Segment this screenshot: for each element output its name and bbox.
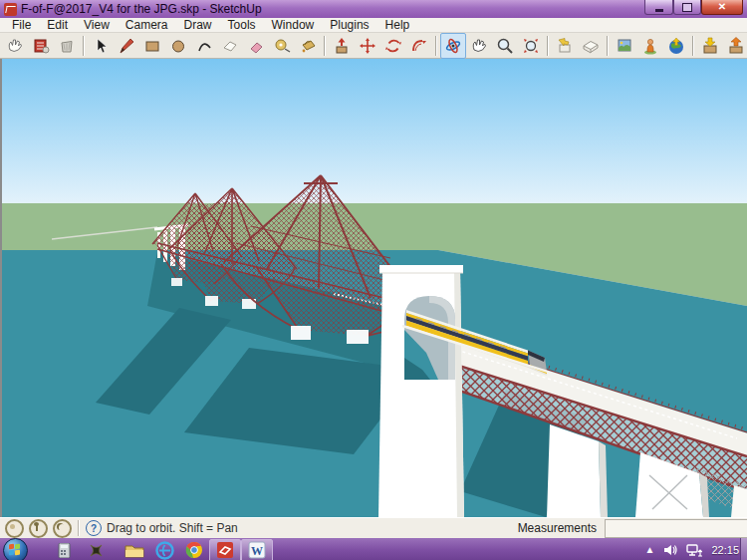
- hidden-icons-chevron[interactable]: ▲: [645, 545, 655, 555]
- polygon-icon: [220, 36, 240, 56]
- push-pull-icon: [332, 36, 352, 56]
- notebook-button[interactable]: [28, 33, 54, 59]
- orbit-icon: [443, 36, 463, 56]
- zoom-tool-button[interactable]: [492, 33, 518, 59]
- toolbar-separator: [692, 36, 694, 56]
- measurements-input[interactable]: [605, 519, 747, 538]
- rotate-icon: [383, 36, 403, 56]
- google-earth-button[interactable]: [663, 33, 689, 59]
- line-tool-button[interactable]: [114, 33, 139, 59]
- internet-explorer-taskbar-button[interactable]: [149, 540, 179, 560]
- menu-file[interactable]: File: [4, 18, 39, 32]
- arc-icon: [194, 36, 214, 56]
- menu-help[interactable]: Help: [377, 18, 418, 32]
- word-icon: W: [248, 541, 266, 559]
- notebook-icon: [31, 36, 51, 56]
- internet-explorer-icon: [155, 541, 174, 560]
- menu-plugins[interactable]: Plugins: [322, 18, 376, 32]
- next-view-button[interactable]: [578, 33, 604, 59]
- previous-view-button[interactable]: [552, 33, 578, 59]
- close-button[interactable]: ✕: [701, 0, 743, 15]
- paint-bucket-button[interactable]: [295, 33, 321, 59]
- menu-bar: File Edit View Camera Draw Tools Window …: [0, 18, 747, 33]
- tape-measure-button[interactable]: [269, 33, 295, 59]
- status-help-text: Drag to orbit. Shift = Pan: [107, 521, 238, 535]
- previous-view-icon: [555, 36, 575, 56]
- zoom-extents-button[interactable]: [518, 33, 544, 59]
- share-model-button[interactable]: [723, 33, 747, 59]
- polygon-tool-button[interactable]: [217, 33, 243, 59]
- status-globe-icon[interactable]: [5, 519, 24, 538]
- sky: [2, 59, 747, 203]
- show-desktop-button[interactable]: [740, 538, 747, 560]
- model-viewport[interactable]: [0, 59, 747, 517]
- status-person-icon[interactable]: [29, 519, 48, 538]
- pan-tool-button[interactable]: [466, 33, 492, 59]
- menu-tools[interactable]: Tools: [220, 18, 264, 32]
- chrome-taskbar-button[interactable]: [179, 540, 209, 560]
- component-person-icon: [640, 36, 660, 56]
- scene-svg: [2, 59, 747, 517]
- status-divider: [78, 520, 80, 536]
- menu-window[interactable]: Window: [264, 18, 323, 32]
- zoom-icon: [495, 36, 515, 56]
- menu-view[interactable]: View: [76, 18, 118, 32]
- hand-tool-icon: [5, 36, 25, 56]
- toolbar-separator: [547, 36, 549, 56]
- plugin-x-taskbar-icon[interactable]: [88, 542, 104, 558]
- network-icon[interactable]: [686, 544, 702, 557]
- toolbar-separator: [324, 36, 326, 56]
- trash-button[interactable]: [54, 33, 80, 59]
- word-taskbar-button[interactable]: W: [241, 539, 273, 560]
- sketchup-taskbar-button[interactable]: [209, 539, 241, 560]
- menu-draw[interactable]: Draw: [176, 18, 220, 32]
- hand-tool-button[interactable]: [2, 33, 28, 59]
- toolbar-separator: [83, 36, 85, 56]
- get-models-button[interactable]: [697, 33, 723, 59]
- windows-flag-icon: [9, 544, 20, 555]
- orbit-tool-button[interactable]: [440, 33, 466, 59]
- arc-tool-button[interactable]: [191, 33, 217, 59]
- pan-hand-icon: [469, 36, 489, 56]
- status-moon-icon[interactable]: [53, 519, 72, 538]
- eraser-icon: [246, 36, 266, 56]
- move-icon: [358, 36, 377, 56]
- select-tool-button[interactable]: [88, 33, 114, 59]
- zoom-extents-icon: [521, 36, 541, 56]
- sketchup-taskbar-icon: [216, 541, 234, 559]
- rotate-tool-button[interactable]: [380, 33, 406, 59]
- select-arrow-icon: [91, 36, 111, 56]
- share-model-icon: [726, 36, 746, 56]
- start-button[interactable]: [3, 538, 28, 560]
- eraser-tool-button[interactable]: [243, 33, 269, 59]
- component-person-button[interactable]: [637, 33, 663, 59]
- circle-icon: [168, 36, 188, 56]
- google-earth-icon: [666, 36, 686, 56]
- push-pull-button[interactable]: [329, 33, 355, 59]
- rectangle-tool-button[interactable]: [139, 33, 165, 59]
- window-title: F-of-F@2017_V4 for the JPG.skp - SketchU…: [21, 0, 262, 18]
- explorer-taskbar-button[interactable]: [120, 540, 149, 560]
- paint-bucket-icon: [298, 36, 318, 56]
- add-location-button[interactable]: [612, 33, 637, 59]
- circle-tool-button[interactable]: [165, 33, 191, 59]
- chrome-icon: [185, 541, 203, 559]
- rectangle-icon: [142, 36, 162, 56]
- help-icon[interactable]: ?: [86, 520, 102, 536]
- add-location-icon: [615, 36, 634, 56]
- title-bar[interactable]: F-of-F@2017_V4 for the JPG.skp - SketchU…: [0, 0, 747, 18]
- menu-camera[interactable]: Camera: [118, 18, 176, 32]
- volume-icon[interactable]: [663, 544, 677, 556]
- folder-icon: [124, 543, 144, 558]
- system-tray: ▲ 22:15: [645, 538, 739, 560]
- taskbar-clock[interactable]: 22:15: [711, 544, 739, 556]
- follow-me-button[interactable]: [406, 33, 432, 59]
- maximize-button[interactable]: [673, 0, 701, 15]
- move-tool-button[interactable]: [355, 33, 380, 59]
- next-view-icon: [581, 36, 601, 56]
- sketchup-app-icon: [4, 3, 17, 16]
- svg-text:W: W: [251, 544, 263, 558]
- menu-edit[interactable]: Edit: [39, 18, 76, 32]
- calculator-taskbar-icon[interactable]: [56, 542, 72, 558]
- minimize-button[interactable]: [644, 0, 673, 15]
